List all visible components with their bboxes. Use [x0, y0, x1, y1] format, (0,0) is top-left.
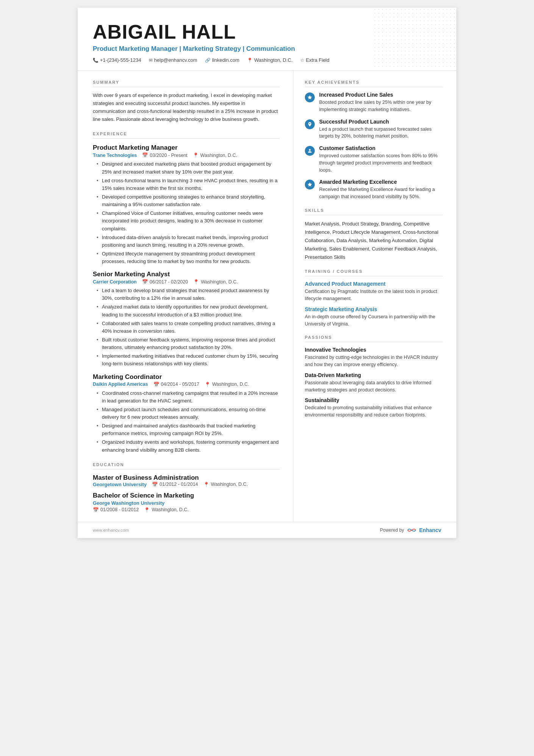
pin-icon-3: 📍 [205, 382, 211, 387]
extra-value: Extra Field [306, 57, 329, 63]
achievement-desc-3: Improved customer satisfaction scores fr… [319, 152, 443, 174]
email-icon: ✉ [149, 58, 153, 63]
pin-icon-edu2: 📍 [144, 507, 150, 513]
training-label: TRAINING / COURSES [305, 269, 443, 274]
achievement-title-1: Increased Product Line Sales [319, 92, 443, 98]
summary-label: SUMMARY [93, 80, 279, 85]
contact-location: 📍 Washington, D.C. [247, 57, 292, 63]
achievement-item-1: Increased Product Line Sales Boosted pro… [305, 92, 443, 113]
passion-title-2: Data-Driven Marketing [305, 372, 443, 378]
powered-by-text: Powered by [380, 527, 404, 533]
left-column: SUMMARY With over 9 years of experience … [78, 71, 294, 522]
skills-text: Market Analysis, Product Strategy, Brand… [305, 220, 443, 261]
edu-meta-2: 📅 01/2008 - 01/2012 📍 Washington, D.C. [93, 507, 279, 513]
edu-school-row-2: George Washington University [93, 499, 279, 506]
passion-desc-1: Fascinated by cutting-edge technologies … [305, 354, 443, 368]
summary-text: With over 9 years of experience in produ… [93, 92, 279, 123]
achievement-title-2: Successful Product Launch [319, 119, 443, 125]
edu-school-2: George Washington University [93, 500, 165, 506]
bullet-3-2: Managed product launch schedules and com… [97, 406, 279, 421]
edu-location-2: 📍 Washington, D.C. [144, 507, 189, 513]
passion-title-1: Innovative Technologies [305, 347, 443, 353]
bullet-2-4: Built robust customer feedback systems, … [97, 336, 279, 351]
passions-divider [305, 342, 443, 342]
bullet-1-1: Designed and executed marketing plans th… [97, 160, 279, 175]
achievement-desc-2: Led a product launch that surpassed fore… [319, 126, 443, 140]
skills-divider [305, 215, 443, 215]
job-meta-3: Daikin Applied Americas 📅 04/2014 - 05/2… [93, 382, 279, 387]
bullet-3-4: Organized industry events and workshops,… [97, 438, 279, 454]
contact-linkedin: 🔗 linkedin.com [205, 57, 239, 63]
achievement-content-3: Customer Satisfaction Improved customer … [319, 145, 443, 174]
job-dates-1: 📅 03/2020 - Present [142, 152, 187, 158]
job-meta-2: Carrier Corporation 📅 06/2017 - 02/2020 … [93, 279, 279, 285]
education-divider [93, 469, 279, 470]
achievement-item-2: Successful Product Launch Led a product … [305, 119, 443, 140]
bullet-2-3: Collaborated with sales teams to create … [97, 320, 279, 335]
achievement-item-4: Awarded Marketing Excellence Received th… [305, 179, 443, 200]
calendar-icon-1: 📅 [142, 152, 148, 158]
experience-label: EXPERIENCE [93, 131, 279, 136]
footer: www.enhancv.com Powered by Enhancv [78, 522, 456, 538]
edu-school-1: Georgetown University [93, 482, 147, 487]
footer-website: www.enhancv.com [93, 528, 129, 532]
edu-meta-1: Georgetown University 📅 01/2012 - 01/201… [93, 482, 279, 487]
passion-desc-3: Dedicated to promoting sustainability in… [305, 404, 443, 419]
bullet-3-1: Coordinated cross-channel marketing camp… [97, 390, 279, 405]
job-title-1: Product Marketing Manager [93, 144, 279, 152]
achievement-icon-2 [305, 119, 315, 129]
achievement-icon-3 [305, 146, 315, 156]
linkedin-value: linkedin.com [212, 57, 239, 63]
calendar-icon-2: 📅 [142, 279, 148, 285]
job-company-1: Trane Technologies [93, 153, 137, 158]
job-title-2: Senior Marketing Analyst [93, 271, 279, 278]
achievement-content-1: Increased Product Line Sales Boosted pro… [319, 92, 443, 113]
bullet-1-2: Led cross-functional teams in launching … [97, 177, 279, 192]
job-title-3: Marketing Coordinator [93, 373, 279, 381]
achievement-desc-4: Received the Marketing Excellence Award … [319, 186, 443, 200]
contact-email: ✉ help@enhancv.com [149, 57, 197, 63]
passions-label: PASSIONS [305, 335, 443, 340]
job-location-3: 📍 Washington, D.C. [205, 382, 249, 387]
bullet-2-1: Led a team to develop brand strategies t… [97, 287, 279, 302]
pin-icon-edu1: 📍 [203, 482, 209, 487]
edu-dates-1: 📅 01/2012 - 01/2014 [152, 482, 198, 487]
phone-icon: 📞 [93, 58, 98, 63]
bullet-2-5: Implemented marketing initiatives that r… [97, 352, 279, 368]
candidate-name: ABIGAIL HALL [93, 21, 441, 43]
summary-divider [93, 87, 279, 87]
course-title-2: Strategic Marketing Analysis [305, 306, 443, 312]
edu-degree-1: Master of Business Administration [93, 474, 279, 482]
phone-value: +1-(234)-555-1234 [100, 57, 141, 63]
bullet-1-6: Optimized lifecycle management by stream… [97, 250, 279, 265]
achievement-item-3: Customer Satisfaction Improved customer … [305, 145, 443, 174]
pin-icon-1: 📍 [193, 152, 199, 158]
job-meta-1: Trane Technologies 📅 03/2020 - Present 📍… [93, 152, 279, 158]
edu-degree-2: Bachelor of Science in Marketing [93, 492, 279, 499]
achievement-icon-1 [305, 92, 315, 102]
linkedin-icon: 🔗 [205, 58, 211, 63]
training-divider [305, 276, 443, 276]
main-columns: SUMMARY With over 9 years of experience … [78, 70, 456, 522]
email-value: help@enhancv.com [154, 57, 197, 63]
job-bullets-1: Designed and executed marketing plans th… [93, 160, 279, 265]
job-location-1: 📍 Washington, D.C. [193, 152, 237, 158]
pin-icon-2: 📍 [193, 279, 199, 285]
skills-label: SKILLS [305, 208, 443, 213]
achievement-icon-4 [305, 180, 315, 189]
edu-location-1: 📍 Washington, D.C. [203, 482, 248, 487]
bullet-1-3: Developed competitive positioning strate… [97, 193, 279, 208]
enhancv-logo-icon [406, 527, 417, 534]
job-bullets-2: Led a team to develop brand strategies t… [93, 287, 279, 368]
location-icon: 📍 [247, 58, 253, 63]
achievement-title-4: Awarded Marketing Excellence [319, 179, 443, 185]
job-company-3: Daikin Applied Americas [93, 382, 148, 387]
job-company-2: Carrier Corporation [93, 279, 137, 285]
achievements-label: KEY ACHIEVEMENTS [305, 80, 443, 85]
header-section: ABIGAIL HALL Product Marketing Manager |… [78, 8, 456, 70]
contact-row: 📞 +1-(234)-555-1234 ✉ help@enhancv.com 🔗… [93, 57, 441, 63]
calendar-icon-edu1: 📅 [152, 482, 158, 487]
resume-document: ABIGAIL HALL Product Marketing Manager |… [78, 8, 456, 538]
passion-desc-2: Passionate about leveraging data analyti… [305, 379, 443, 394]
contact-phone: 📞 +1-(234)-555-1234 [93, 57, 141, 63]
